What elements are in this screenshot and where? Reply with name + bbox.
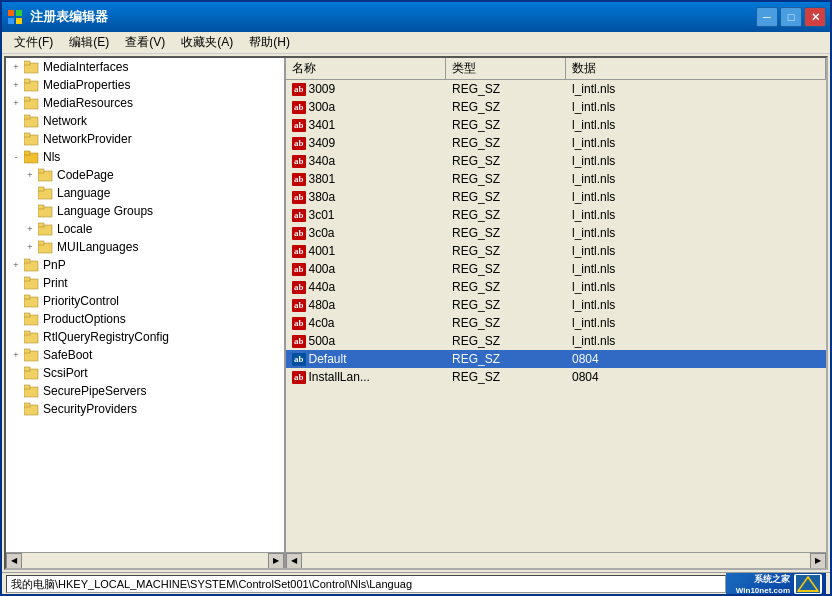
reg-cell-data: 0804 <box>566 369 826 385</box>
registry-row[interactable]: ab3c01REG_SZl_intl.nls <box>286 206 826 224</box>
registry-row[interactable]: ab300aREG_SZl_intl.nls <box>286 98 826 116</box>
registry-row[interactable]: ab4001REG_SZl_intl.nls <box>286 242 826 260</box>
svg-rect-1 <box>16 10 22 16</box>
reg-name-text: 3c01 <box>309 208 335 222</box>
tree-item-Print[interactable]: + Print <box>6 274 284 292</box>
registry-row[interactable]: ab3009REG_SZl_intl.nls <box>286 80 826 98</box>
registry-row[interactable]: abInstallLan...REG_SZ0804 <box>286 368 826 386</box>
svg-rect-7 <box>24 79 30 83</box>
registry-row[interactable]: ab400aREG_SZl_intl.nls <box>286 260 826 278</box>
close-button[interactable]: ✕ <box>804 7 826 27</box>
tree-item-CodePage[interactable]: + CodePage <box>6 166 284 184</box>
registry-row[interactable]: ab4c0aREG_SZl_intl.nls <box>286 314 826 332</box>
tree-item-label: Language Groups <box>57 204 153 218</box>
col-header-name[interactable]: 名称 <box>286 58 446 79</box>
registry-scroll-right[interactable]: ▶ <box>810 553 826 569</box>
registry-scroll-left[interactable]: ◀ <box>286 553 302 569</box>
tree-item-SafeBoot[interactable]: + SafeBoot <box>6 346 284 364</box>
minimize-button[interactable]: ─ <box>756 7 778 27</box>
menu-file[interactable]: 文件(F) <box>6 32 61 53</box>
registry-row[interactable]: ab500aREG_SZl_intl.nls <box>286 332 826 350</box>
tree-item-MUILanguages[interactable]: + MUILanguages <box>6 238 284 256</box>
reg-cell-name: ab3401 <box>286 117 446 133</box>
reg-cell-name: ab4001 <box>286 243 446 259</box>
tree-item-label: MUILanguages <box>57 240 138 254</box>
svg-rect-37 <box>24 349 30 353</box>
registry-row[interactable]: abDefaultREG_SZ0804 <box>286 350 826 368</box>
reg-cell-type: REG_SZ <box>446 81 566 97</box>
col-header-type[interactable]: 类型 <box>446 58 566 79</box>
reg-type-icon: ab <box>292 281 306 294</box>
registry-row[interactable]: ab340aREG_SZl_intl.nls <box>286 152 826 170</box>
reg-name-text: 3401 <box>309 118 336 132</box>
tree-item-Locale[interactable]: + Locale <box>6 220 284 238</box>
svg-rect-2 <box>8 18 14 24</box>
maximize-button[interactable]: □ <box>780 7 802 27</box>
tree-scroll-left[interactable]: ◀ <box>6 553 22 569</box>
reg-type-icon: ab <box>292 101 306 114</box>
tree-item-MediaInterfaces[interactable]: + MediaInterfaces <box>6 58 284 76</box>
reg-cell-data: 0804 <box>566 351 826 367</box>
reg-cell-type: REG_SZ <box>446 261 566 277</box>
registry-row[interactable]: ab480aREG_SZl_intl.nls <box>286 296 826 314</box>
tree-item-Network[interactable]: + Network <box>6 112 284 130</box>
tree-item-PnP[interactable]: + PnP <box>6 256 284 274</box>
svg-rect-23 <box>38 223 44 227</box>
tree-item-LanguageGroups[interactable]: + Language Groups <box>6 202 284 220</box>
registry-row[interactable]: ab3409REG_SZl_intl.nls <box>286 134 826 152</box>
tree-item-SecurePipeServers[interactable]: + SecurePipeServers <box>6 382 284 400</box>
tree-content[interactable]: + MediaInterfaces + MediaProperties + Me… <box>6 58 284 552</box>
tree-item-RtlQueryRegistryConfig[interactable]: + RtlQueryRegistryConfig <box>6 328 284 346</box>
reg-cell-type: REG_SZ <box>446 333 566 349</box>
svg-rect-25 <box>38 241 44 245</box>
registry-scroll-track[interactable] <box>302 553 810 569</box>
tree-item-Nls[interactable]: - Nls <box>6 148 284 166</box>
svg-rect-9 <box>24 97 30 101</box>
reg-cell-data: l_intl.nls <box>566 207 826 223</box>
registry-row[interactable]: ab3401REG_SZl_intl.nls <box>286 116 826 134</box>
reg-name-text: 440a <box>309 280 336 294</box>
tree-item-ProductOptions[interactable]: + ProductOptions <box>6 310 284 328</box>
menu-view[interactable]: 查看(V) <box>117 32 173 53</box>
reg-type-icon: ab <box>292 263 306 276</box>
reg-cell-type: REG_SZ <box>446 315 566 331</box>
logo-top: 系统之家 <box>736 573 790 586</box>
menu-help[interactable]: 帮助(H) <box>241 32 298 53</box>
reg-cell-name: ab3009 <box>286 81 446 97</box>
registry-row[interactable]: ab440aREG_SZl_intl.nls <box>286 278 826 296</box>
status-logo: 系统之家 Win10net.com <box>726 573 826 595</box>
tree-item-MediaResources[interactable]: + MediaResources <box>6 94 284 112</box>
tree-scroll-track[interactable] <box>22 553 268 569</box>
reg-cell-data: l_intl.nls <box>566 135 826 151</box>
tree-item-SecurityProviders[interactable]: + SecurityProviders <box>6 400 284 418</box>
menu-favorites[interactable]: 收藏夹(A) <box>173 32 241 53</box>
col-header-data[interactable]: 数据 <box>566 58 826 79</box>
reg-name-text: Default <box>309 352 347 366</box>
registry-row[interactable]: ab3c0aREG_SZl_intl.nls <box>286 224 826 242</box>
registry-row[interactable]: ab380aREG_SZl_intl.nls <box>286 188 826 206</box>
reg-cell-type: REG_SZ <box>446 297 566 313</box>
tree-item-label: Network <box>43 114 87 128</box>
tree-h-scrollbar[interactable]: ◀ ▶ <box>6 552 284 568</box>
tree-scroll-right[interactable]: ▶ <box>268 553 284 569</box>
tree-item-ScsiPort[interactable]: + ScsiPort <box>6 364 284 382</box>
menu-edit[interactable]: 编辑(E) <box>61 32 117 53</box>
tree-item-NetworkProvider[interactable]: + NetworkProvider <box>6 130 284 148</box>
tree-item-label: ProductOptions <box>43 312 126 326</box>
tree-item-Language[interactable]: + Language <box>6 184 284 202</box>
registry-row[interactable]: ab3801REG_SZl_intl.nls <box>286 170 826 188</box>
reg-cell-data: l_intl.nls <box>566 279 826 295</box>
svg-rect-0 <box>8 10 14 16</box>
tree-item-PriorityControl[interactable]: + PriorityControl <box>6 292 284 310</box>
reg-name-text: 3009 <box>309 82 336 96</box>
svg-rect-15 <box>24 151 30 155</box>
registry-rows[interactable]: ab3009REG_SZl_intl.nlsab300aREG_SZl_intl… <box>286 80 826 552</box>
reg-type-icon: ab <box>292 191 306 204</box>
tree-item-MediaProperties[interactable]: + MediaProperties <box>6 76 284 94</box>
expand-icon: + <box>8 347 24 363</box>
expand-icon: + <box>8 77 24 93</box>
registry-h-scrollbar[interactable]: ◀ ▶ <box>286 552 826 568</box>
reg-type-icon: ab <box>292 317 306 330</box>
reg-cell-data: l_intl.nls <box>566 117 826 133</box>
expand-icon: + <box>8 95 24 111</box>
